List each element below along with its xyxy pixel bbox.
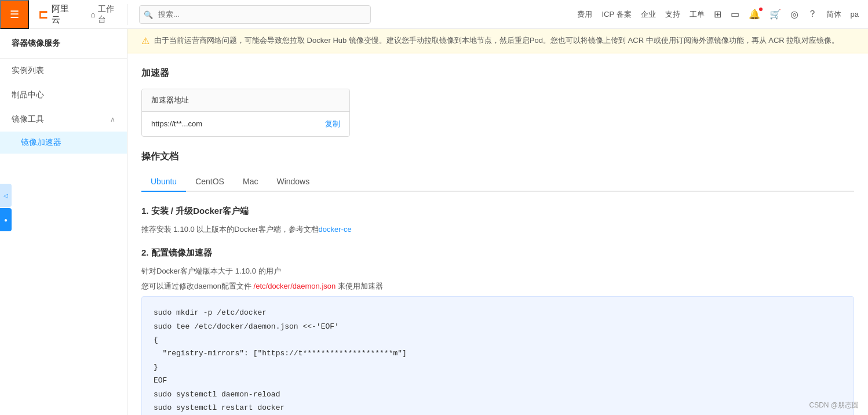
accelerator-box-content: https://t**...com 复制 <box>142 112 349 136</box>
search-bar: 🔍 <box>139 5 371 24</box>
warning-text: 由于当前运营商网络问题，可能会导致您拉取 Docker Hub 镜像变慢。建议您… <box>154 35 839 47</box>
aliyun-logo-icon: ⊏ <box>38 8 48 21</box>
grid-icon[interactable]: ⊞ <box>714 9 721 20</box>
sidebar: 容器镜像服务 实例列表 制品中心 镜像工具 镜像加速器 <box>0 29 127 415</box>
nav-left: ☰ ⊏ 阿里云 ⌂ 工作台 <box>0 0 127 29</box>
search-icon: 🔍 <box>144 10 153 19</box>
side-float-panel: ◁ ● <box>0 184 12 231</box>
hamburger-button[interactable]: ☰ <box>0 0 29 29</box>
code-block[interactable]: sudo mkdir -p /etc/docker sudo tee /etc/… <box>141 296 854 415</box>
sidebar-label-product: 制品中心 <box>12 90 44 100</box>
main-content: ⚠ 由于当前运营商网络问题，可能会导致您拉取 Docker Hub 镜像变慢。建… <box>127 29 868 415</box>
step2-sub1: 针对Docker客户端版本大于 1.10.0 的用户 <box>141 265 854 278</box>
copy-button[interactable]: 复制 <box>325 119 340 129</box>
accelerator-box-header: 加速器地址 <box>142 89 349 112</box>
logo-area: ⊏ 阿里云 <box>29 3 81 26</box>
hamburger-icon: ☰ <box>10 8 19 21</box>
step2-sub2-suffix: 来使用加速器 <box>335 282 383 290</box>
step1-desc: 推荐安装 1.10.0 以上版本的Docker客户端，参考文档docker-ce <box>141 224 854 236</box>
accelerator-section-title: 加速器 <box>141 67 854 79</box>
docs-section-title: 操作文档 <box>141 151 854 163</box>
notification-badge <box>759 8 763 11</box>
tab-mac[interactable]: Mac <box>234 172 267 192</box>
sidebar-label-accelerator: 镜像加速器 <box>21 137 61 148</box>
home-icon: ⌂ <box>90 10 95 19</box>
top-navigation: ☰ ⊏ 阿里云 ⌂ 工作台 🔍 费用 ICP 备案 企业 支持 工单 ⊞ ▭ 🔔… <box>0 0 868 29</box>
accelerator-box: 加速器地址 https://t**...com 复制 <box>141 89 350 137</box>
tab-ubuntu[interactable]: Ubuntu <box>141 172 186 192</box>
logo-text: 阿里云 <box>52 3 72 26</box>
tab-windows[interactable]: Windows <box>267 172 319 192</box>
sidebar-label-instance: 实例列表 <box>12 65 44 76</box>
workbench-label: 工作台 <box>98 4 118 25</box>
step1-title: 1. 安装 / 升级Docker客户端 <box>141 206 854 217</box>
sidebar-group-image-tools[interactable]: 镜像工具 <box>0 107 127 132</box>
step1-section: 1. 安装 / 升级Docker客户端 推荐安装 1.10.0 以上版本的Doc… <box>141 206 854 236</box>
search-input[interactable] <box>139 5 371 24</box>
step1-desc-text: 推荐安装 1.10.0 以上版本的Docker客户端，参考文档 <box>141 225 319 234</box>
step2-title: 2. 配置镜像加速器 <box>141 247 854 259</box>
step2-section: 2. 配置镜像加速器 针对Docker客户端版本大于 1.10.0 的用户 您可… <box>141 247 854 415</box>
sidebar-item-instance-list[interactable]: 实例列表 <box>0 59 127 83</box>
sidebar-title: 容器镜像服务 <box>0 29 127 59</box>
accelerator-url: https://t**...com <box>151 119 318 128</box>
docker-ce-link[interactable]: docker-ce <box>319 225 352 234</box>
nav-ticket[interactable]: 工单 <box>690 9 705 20</box>
content-inner: 加速器 加速器地址 https://t**...com 复制 操作文档 Ubun… <box>127 53 868 415</box>
sidebar-item-product-center[interactable]: 制品中心 <box>0 83 127 107</box>
nav-lang[interactable]: 简体 <box>826 9 841 20</box>
location-icon[interactable]: ◎ <box>790 9 798 20</box>
side-float-btn-active[interactable]: ● <box>0 208 12 231</box>
monitor-icon[interactable]: ▭ <box>731 9 739 20</box>
warning-icon: ⚠ <box>141 35 149 46</box>
help-icon[interactable]: ？ <box>808 8 817 20</box>
step2-sub2-prefix: 您可以通过修改daemon配置文件 <box>141 282 254 290</box>
search-wrap: 🔍 <box>139 5 371 24</box>
nav-support[interactable]: 支持 <box>665 9 680 20</box>
footer-attribution: CSDN @朋态圆 <box>809 401 859 410</box>
tabs-bar: Ubuntu CentOS Mac Windows <box>141 172 854 192</box>
workbench-link[interactable]: ⌂ 工作台 <box>81 4 127 25</box>
sidebar-item-image-accelerator[interactable]: 镜像加速器 <box>0 132 127 154</box>
sidebar-label-tools: 镜像工具 <box>12 114 44 125</box>
nav-page[interactable]: pa <box>851 10 859 19</box>
nav-icp[interactable]: ICP 备案 <box>601 9 631 20</box>
warning-banner: ⚠ 由于当前运营商网络问题，可能会导致您拉取 Docker Hub 镜像变慢。建… <box>127 29 868 53</box>
nav-fee[interactable]: 费用 <box>577 9 592 20</box>
layout: 容器镜像服务 实例列表 制品中心 镜像工具 镜像加速器 ◁ ● ⚠ 由于当前运营… <box>0 29 868 415</box>
side-float-btn-top[interactable]: ◁ <box>0 184 12 207</box>
nav-actions: 费用 ICP 备案 企业 支持 工单 ⊞ ▭ 🔔 🛒 ◎ ？ 简体 pa <box>568 8 868 20</box>
step2-sub2: 您可以通过修改daemon配置文件 /etc/docker/daemon.jso… <box>141 281 854 293</box>
nav-enterprise[interactable]: 企业 <box>641 9 656 20</box>
cart-icon[interactable]: 🛒 <box>769 9 781 20</box>
bell-icon[interactable]: 🔔 <box>749 9 760 20</box>
step2-file-path: /etc/docker/daemon.json <box>254 282 336 290</box>
tab-centos[interactable]: CentOS <box>186 172 234 192</box>
chevron-up-icon <box>110 115 115 123</box>
